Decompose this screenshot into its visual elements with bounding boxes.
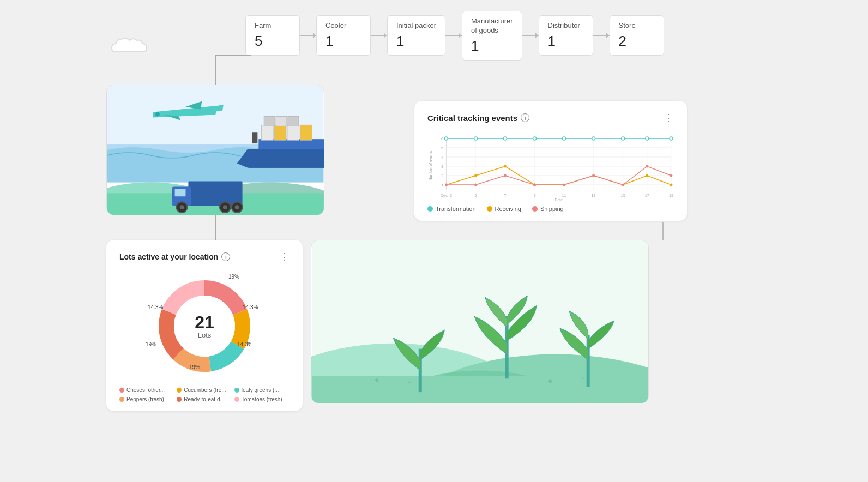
cte-info-icon[interactable]: i <box>521 113 529 122</box>
sc-node-initial-packer[interactable]: Initial packer 1 <box>387 15 445 56</box>
svg-point-85 <box>646 174 648 177</box>
legend-dot-tomatoes <box>234 397 239 402</box>
transport-illustration-card <box>106 85 324 215</box>
svg-text:Number of events: Number of events <box>429 150 432 181</box>
vertical-connector-cte <box>662 222 664 240</box>
svg-point-80 <box>504 165 507 168</box>
supply-chain: Farm 5 Cooler 1 Initial packer 1 Manufac… <box>245 11 664 61</box>
cte-legend: Transformation Receiving Shipping <box>427 206 674 212</box>
legend-dot-leafy <box>234 388 239 393</box>
sc-node-distributor-value: 1 <box>548 33 584 50</box>
svg-point-36 <box>582 377 584 379</box>
legend-dot-shipping <box>532 206 538 212</box>
svg-point-76 <box>646 137 649 140</box>
svg-rect-18 <box>175 189 186 196</box>
lots-info-icon[interactable]: i <box>221 252 230 261</box>
cte-chart: Number of events 6 5 4 3 2 1 <box>427 130 674 201</box>
lots-header: Lots active at your location i ⋮ <box>119 251 290 263</box>
cloud-illustration <box>106 33 150 62</box>
svg-point-35 <box>548 379 552 383</box>
svg-text:3: 3 <box>441 164 444 169</box>
svg-rect-7 <box>261 125 273 140</box>
lots-title: Lots active at your location i <box>119 252 230 261</box>
svg-point-94 <box>646 165 648 168</box>
sc-connector-1 <box>300 35 316 36</box>
sc-node-distributor[interactable]: Distributor 1 <box>539 15 593 56</box>
donut-total: 21 <box>195 314 214 331</box>
horizontal-connector-top <box>215 55 251 56</box>
sc-node-distributor-label: Distributor <box>548 21 584 31</box>
legend-cucumbers: Cucumbers (fre... <box>177 387 232 393</box>
svg-point-86 <box>670 184 673 186</box>
sc-node-initial-packer-value: 1 <box>396 33 436 50</box>
svg-point-74 <box>592 137 595 140</box>
sc-node-manufacturer-value: 1 <box>471 38 513 55</box>
farm-illustration-card <box>311 240 649 403</box>
sc-node-cooler-value: 1 <box>326 33 361 50</box>
donut-center: 21 Lots <box>195 314 214 339</box>
sc-node-farm[interactable]: Farm 5 <box>245 15 300 56</box>
svg-text:5: 5 <box>474 193 477 198</box>
cte-title: Critical tracking events i <box>427 113 529 123</box>
legend-dot-transformation <box>427 206 433 212</box>
svg-rect-11 <box>264 117 275 126</box>
svg-text:Dec. 3: Dec. 3 <box>441 193 452 198</box>
svg-rect-14 <box>252 132 257 143</box>
sc-node-farm-label: Farm <box>255 21 291 31</box>
svg-point-70 <box>474 137 477 140</box>
cte-more-icon[interactable]: ⋮ <box>664 112 674 124</box>
svg-point-24 <box>235 205 239 209</box>
svg-text:5: 5 <box>441 146 444 150</box>
legend-item-shipping: Shipping <box>532 206 564 212</box>
svg-point-87 <box>445 184 448 186</box>
legend-cheses: Cheses, other... <box>119 387 174 393</box>
svg-point-90 <box>533 184 536 186</box>
sc-node-store[interactable]: Store 2 <box>610 15 664 56</box>
lots-more-icon[interactable]: ⋮ <box>279 251 290 263</box>
legend-dot-peppers <box>119 397 124 402</box>
svg-point-77 <box>670 137 673 140</box>
sc-connector-3 <box>445 35 462 36</box>
sc-node-initial-packer-label: Initial packer <box>396 21 436 31</box>
svg-point-20 <box>180 205 184 209</box>
svg-rect-13 <box>288 117 299 126</box>
svg-point-89 <box>504 174 507 177</box>
legend-tomatoes: Tomatoes (fresh) <box>234 396 290 402</box>
pct-label-4: 19% <box>189 364 200 370</box>
sc-node-store-label: Store <box>619 21 655 31</box>
cte-header: Critical tracking events i ⋮ <box>427 112 674 124</box>
legend-dot-ready <box>177 397 182 402</box>
sc-node-cooler[interactable]: Cooler 1 <box>316 15 371 56</box>
svg-point-22 <box>223 205 227 209</box>
svg-point-69 <box>444 137 448 140</box>
pct-label-6: 14.3% <box>148 304 163 310</box>
svg-point-34 <box>408 381 411 383</box>
svg-text:1: 1 <box>441 183 444 188</box>
svg-point-33 <box>375 378 378 382</box>
sc-connector-4 <box>522 35 539 36</box>
lots-legend: Cheses, other... Cucumbers (fre... leafy… <box>119 387 290 402</box>
cte-card: Critical tracking events i ⋮ Number of e… <box>414 101 687 221</box>
svg-text:15: 15 <box>621 193 625 198</box>
pct-label-1: 19% <box>228 274 239 280</box>
sc-node-farm-value: 5 <box>255 33 291 50</box>
svg-text:9: 9 <box>533 193 535 198</box>
sc-node-manufacturer-label: Manufacturerof goods <box>471 17 513 35</box>
svg-rect-9 <box>287 125 299 140</box>
legend-ready: Ready-to-eat d... <box>177 396 232 402</box>
legend-item-receiving: Receiving <box>487 206 521 212</box>
legend-item-transformation: Transformation <box>427 206 476 212</box>
svg-point-71 <box>504 137 507 140</box>
svg-point-93 <box>622 184 624 186</box>
svg-text:17: 17 <box>645 193 649 198</box>
svg-text:13: 13 <box>592 193 596 198</box>
svg-text:19: 19 <box>669 193 673 198</box>
svg-point-92 <box>592 174 595 177</box>
pct-label-3: 14.3% <box>237 341 252 347</box>
pct-label-2: 14.3% <box>243 304 258 310</box>
svg-text:Date: Date <box>554 198 563 201</box>
svg-text:11: 11 <box>562 193 566 198</box>
sc-node-manufacturer[interactable]: Manufacturerof goods 1 <box>462 11 522 61</box>
legend-peppers: Peppers (fresh) <box>119 396 174 402</box>
svg-point-88 <box>474 184 477 186</box>
